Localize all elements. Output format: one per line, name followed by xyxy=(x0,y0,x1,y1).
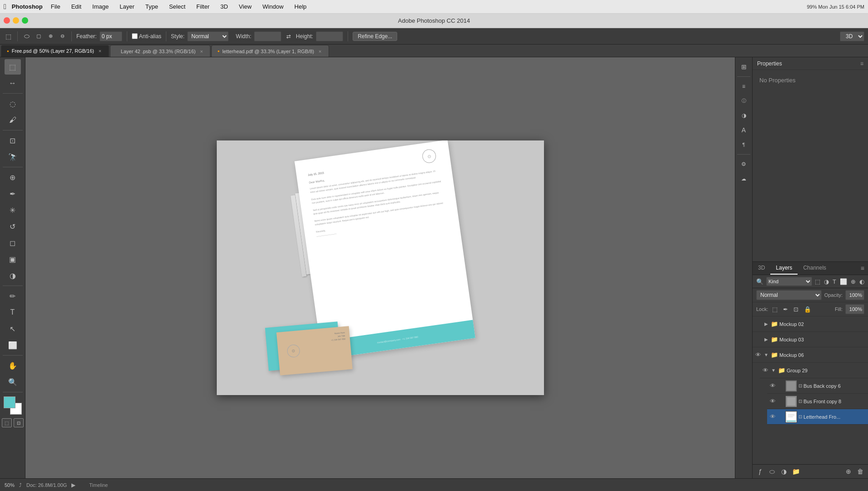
add-mask-btn[interactable]: ⬭ xyxy=(767,466,777,476)
menu-select[interactable]: Select xyxy=(166,2,188,11)
layer-vis-busback6[interactable]: 👁 xyxy=(769,382,776,390)
type-tool[interactable]: T xyxy=(5,305,21,320)
marquee-ellipse-icon[interactable]: ⬭ xyxy=(22,32,31,41)
menu-help[interactable]: Help xyxy=(292,2,309,11)
menu-file[interactable]: File xyxy=(48,2,63,11)
creative-cloud-icon[interactable]: ☁ xyxy=(738,173,750,185)
layer-expand-mockup06[interactable]: ▼ xyxy=(763,352,769,358)
layer-expand-mockup02[interactable]: ▶ xyxy=(763,321,769,327)
layer-expand-group29[interactable]: ▼ xyxy=(770,367,777,374)
filter-smart-icon[interactable]: ⊕ xyxy=(850,277,857,286)
shape-tool[interactable]: ⬜ xyxy=(5,337,21,353)
delete-layer-btn[interactable]: 🗑 xyxy=(855,466,865,476)
path-select-tool[interactable]: ↖ xyxy=(5,321,21,336)
swap-wh-icon[interactable]: ⇄ xyxy=(284,32,293,41)
opacity-input[interactable] xyxy=(845,290,864,300)
canvas-area[interactable]: ⊙ July 15, 2015 Dear Martha, Lorem ipsum… xyxy=(25,57,735,478)
width-input[interactable] xyxy=(254,31,281,41)
window-maximize-button[interactable] xyxy=(22,17,28,24)
apple-menu-icon[interactable]:  xyxy=(4,3,6,11)
gradient-tool[interactable]: ▣ xyxy=(5,251,21,267)
layer-item-mockup02[interactable]: ▶ 📁 Mockup 02 xyxy=(753,316,868,332)
filter-pixel-icon[interactable]: ⬚ xyxy=(814,277,821,286)
layer-vis-busfront8[interactable]: 👁 xyxy=(769,398,776,405)
tab-free-psd[interactable]: ● Free.psd @ 50% (Layer 27, RGB/16) × xyxy=(1,45,109,57)
stamp-tool[interactable]: ✳ xyxy=(5,202,21,218)
layer-vis-mockup06[interactable]: 👁 xyxy=(754,351,762,359)
lock-artboard-icon[interactable]: ⊡ xyxy=(792,306,800,313)
filter-kind-select[interactable]: Kind xyxy=(766,277,812,286)
crop-tool[interactable]: ⊡ xyxy=(5,133,21,148)
layer-vis-mockup02[interactable] xyxy=(754,321,762,328)
dodge-tool[interactable]: ◑ xyxy=(5,268,21,283)
fill-input[interactable] xyxy=(845,304,864,314)
new-group-btn[interactable]: 📁 xyxy=(791,466,801,476)
tab-layer42[interactable]: ● Layer 42 .psb @ 33.3% (RGB/16) × xyxy=(110,45,210,57)
menu-view[interactable]: View xyxy=(236,2,254,11)
lock-all-icon[interactable]: 🔒 xyxy=(803,306,813,313)
window-minimize-button[interactable] xyxy=(13,17,19,24)
menu-window[interactable]: Window xyxy=(260,2,286,11)
feather-input[interactable] xyxy=(100,31,122,41)
panel-menu-icon[interactable]: ≡ xyxy=(860,60,863,67)
menu-layer[interactable]: Layer xyxy=(117,2,137,11)
tab-free-psd-close[interactable]: × xyxy=(97,48,103,54)
new-layer-btn[interactable]: ⊕ xyxy=(843,466,853,476)
subtract-selection-icon[interactable]: ⊖ xyxy=(58,32,67,41)
blend-mode-select[interactable]: Normal Dissolve Multiply Screen xyxy=(756,290,822,300)
foreground-color-swatch[interactable] xyxy=(4,396,15,408)
layer-vis-group29[interactable]: 👁 xyxy=(762,367,769,374)
panel-toggle-icon[interactable]: ⊞ xyxy=(738,61,750,73)
layers-panel-menu-icon[interactable]: ≡ xyxy=(857,263,868,274)
zoom-tool[interactable]: 🔍 xyxy=(5,374,21,390)
filter-shape-icon[interactable]: ⬜ xyxy=(839,277,848,286)
style-select[interactable]: Normal Fixed Ratio Fixed Size xyxy=(187,31,229,41)
layer-item-busback6[interactable]: 👁 ⊡ Bus Back copy 6 xyxy=(767,378,868,394)
tools-icon[interactable]: ⚙ xyxy=(738,158,750,170)
layer-item-mockup03[interactable]: ▶ 📁 Mockup 03 xyxy=(753,332,868,347)
app-name-menu[interactable]: Photoshop xyxy=(12,3,43,10)
layer-item-letterheadfro[interactable]: 👁 ⊡ Letterhead Fro... xyxy=(767,409,868,425)
menu-3d[interactable]: 3D xyxy=(218,2,231,11)
layers-panel-icon[interactable]: ≡ xyxy=(738,80,750,92)
layer-expand-mockup03[interactable]: ▶ xyxy=(763,336,769,343)
brush-tool[interactable]: ✒ xyxy=(5,186,21,201)
lock-pixels-icon[interactable]: ⬚ xyxy=(771,306,779,313)
hand-tool[interactable]: ✋ xyxy=(5,358,21,373)
layer-vis-mockup03[interactable] xyxy=(754,336,762,343)
pen-tool[interactable]: ✏ xyxy=(5,288,21,304)
menu-filter[interactable]: Filter xyxy=(194,2,212,11)
layer-vis-letterheadfro[interactable]: 👁 xyxy=(769,413,776,421)
move-tool[interactable]: ↔ xyxy=(5,75,21,91)
menu-type[interactable]: Type xyxy=(143,2,161,11)
layer-item-busfront8[interactable]: 👁 ⊡ Bus Front copy 8 xyxy=(767,394,868,409)
properties-icon[interactable]: ⓘ xyxy=(738,95,750,107)
add-selection-icon[interactable]: ⊕ xyxy=(46,32,55,41)
filter-type-icon[interactable]: T xyxy=(832,277,837,286)
lock-move-icon[interactable]: ✒ xyxy=(782,306,789,313)
layer-item-group29[interactable]: 👁 ▼ 📁 Group 29 xyxy=(760,363,868,378)
lasso-tool[interactable]: ◌ xyxy=(5,96,21,111)
patch-tool[interactable]: ⊕ xyxy=(5,170,21,185)
layers-tab-channels[interactable]: Channels xyxy=(798,262,832,275)
eraser-tool[interactable]: ◻ xyxy=(5,235,21,251)
paragraph-icon[interactable]: ¶ xyxy=(738,139,750,150)
filter-toggle-icon[interactable]: ◐ xyxy=(858,277,865,286)
new-selection-icon[interactable]: ▢ xyxy=(34,32,43,41)
refine-edge-button[interactable]: Refine Edge... xyxy=(353,32,397,41)
layers-tab-3d[interactable]: 3D xyxy=(753,262,770,275)
add-layer-style-btn[interactable]: ƒ xyxy=(755,466,765,476)
history-brush-tool[interactable]: ↺ xyxy=(5,219,21,234)
new-adjustment-btn[interactable]: ◑ xyxy=(779,466,789,476)
eyedropper-tool[interactable]: 🔭 xyxy=(5,149,21,165)
3d-mode-select[interactable]: 3D xyxy=(840,31,864,41)
marquee-rect-icon[interactable]: ⬚ xyxy=(4,32,13,41)
marquee-tool[interactable]: ⬚ xyxy=(5,59,21,75)
quick-mask-icon[interactable]: ⬚ xyxy=(2,418,12,427)
adjustments-icon[interactable]: ◑ xyxy=(738,110,750,121)
doc-info-arrow[interactable]: ▶ xyxy=(71,482,75,488)
menu-image[interactable]: Image xyxy=(90,2,111,11)
character-icon[interactable]: A xyxy=(738,124,750,136)
layers-tab-layers[interactable]: Layers xyxy=(770,262,798,275)
menu-edit[interactable]: Edit xyxy=(69,2,84,11)
